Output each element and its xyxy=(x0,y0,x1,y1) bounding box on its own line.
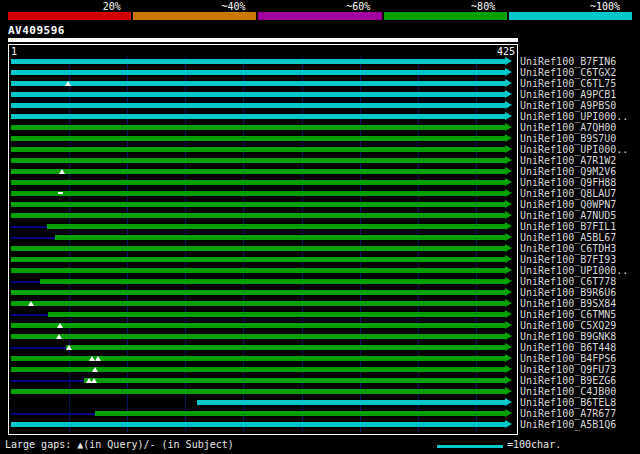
hit-label[interactable]: UniRef100_C6TL75 xyxy=(520,78,616,89)
hit-label[interactable]: UniRef100_B7FIL1 xyxy=(520,221,616,232)
hit-bar[interactable] xyxy=(11,257,505,262)
identity-key-labels: 20% ~40% ~60% ~80% ~100% xyxy=(8,1,632,12)
hit-bar[interactable] xyxy=(66,345,505,350)
hit-arrowhead-icon xyxy=(505,255,512,263)
hit-label[interactable]: UniRef100_B9SX84 xyxy=(520,298,616,309)
hit-bar[interactable] xyxy=(95,411,505,416)
hit-arrowhead-icon xyxy=(505,189,512,197)
hit-bar[interactable] xyxy=(11,158,505,163)
hit-arrowhead-icon xyxy=(505,178,512,186)
hit-arrowhead-icon xyxy=(505,277,512,285)
hit-bar[interactable] xyxy=(11,301,505,306)
hit-label[interactable]: UniRef100_UPI000.. xyxy=(520,144,628,155)
hit-bar[interactable] xyxy=(11,70,505,75)
unaligned-lead-line xyxy=(11,314,48,316)
hit-label[interactable]: UniRef100_A9PCB1 xyxy=(520,89,616,100)
scale-start-label: 1 xyxy=(11,46,17,57)
hit-label[interactable]: UniRef100_Q8LAU7 xyxy=(520,188,616,199)
key-label-20: 20% xyxy=(8,1,133,12)
query-gap-marker-icon xyxy=(65,81,71,86)
hit-label[interactable]: UniRef100_A7QH00 xyxy=(520,122,616,133)
hit-arrowhead-icon xyxy=(505,123,512,131)
hit-arrowhead-icon xyxy=(505,332,512,340)
hit-label[interactable]: UniRef100_C6TDH3 xyxy=(520,243,616,254)
hit-bar[interactable] xyxy=(47,224,505,229)
hit-label[interactable]: UniRef100_B9R6U6 xyxy=(520,287,616,298)
hit-label[interactable]: UniRef100_C6T778 xyxy=(520,276,616,287)
hit-label[interactable]: UniRef100_A5BL67 xyxy=(520,232,616,243)
hit-bar[interactable] xyxy=(11,334,505,339)
hit-bar[interactable] xyxy=(11,125,505,130)
hit-label[interactable]: UniRef100_A7NUD5 xyxy=(520,210,616,221)
hit-label[interactable]: UniRef100_Q9FU73 xyxy=(520,364,616,375)
key-label-40: ~40% xyxy=(133,1,258,12)
hit-bar[interactable] xyxy=(11,114,505,119)
hit-label[interactable]: UniRef100_C6TGX2 xyxy=(520,67,616,78)
hit-bar[interactable] xyxy=(11,422,505,427)
hit-bar[interactable] xyxy=(11,202,505,207)
hit-label[interactable]: UniRef100_B9GNK8 xyxy=(520,331,616,342)
hit-arrowhead-icon xyxy=(505,299,512,307)
hit-bar[interactable] xyxy=(11,92,505,97)
hit-arrowhead-icon xyxy=(505,101,512,109)
hit-bar[interactable] xyxy=(197,400,505,405)
hit-bar[interactable] xyxy=(11,180,505,185)
hit-label[interactable]: UniRef100_B9EZG6 xyxy=(520,375,616,386)
hit-label[interactable]: UniRef100_A7R677 xyxy=(520,408,616,419)
query-gap-marker-icon xyxy=(95,356,101,361)
query-gap-marker-icon xyxy=(59,169,65,174)
hit-bar[interactable] xyxy=(11,268,505,273)
scale-legend-line-icon xyxy=(437,445,503,448)
hit-label[interactable]: UniRef100_UPI000.. xyxy=(520,111,628,122)
hit-arrowhead-icon xyxy=(505,134,512,142)
unaligned-lead-line xyxy=(11,281,40,283)
hit-arrowhead-icon xyxy=(505,222,512,230)
hit-label[interactable]: UniRef100_Q9M2V6 xyxy=(520,166,616,177)
hit-label[interactable]: UniRef100_B7FIN6 xyxy=(520,56,616,67)
hit-label[interactable]: UniRef100_C4JB00 xyxy=(520,386,616,397)
hit-bar[interactable] xyxy=(11,290,505,295)
hit-bar[interactable] xyxy=(11,323,505,328)
hit-bar[interactable] xyxy=(11,191,505,196)
hit-bar[interactable] xyxy=(11,389,505,394)
query-gap-marker-icon xyxy=(57,323,63,328)
hit-label[interactable]: UniRef100_Q9FH88 xyxy=(520,177,616,188)
hit-bar[interactable] xyxy=(11,169,505,174)
hit-bar[interactable] xyxy=(11,367,505,372)
hit-bar[interactable] xyxy=(11,59,505,64)
hit-label[interactable]: UniRef100_C6TMN5 xyxy=(520,309,616,320)
hit-label[interactable]: UniRef100_B7FI93 xyxy=(520,254,616,265)
hit-label[interactable]: UniRef100_B9S7U0 xyxy=(520,133,616,144)
hit-label[interactable]: UniRef100_B6TEL8 xyxy=(520,397,616,408)
hit-label[interactable]: UniRef100_UPI000.. xyxy=(520,265,628,276)
hit-arrowhead-icon xyxy=(505,244,512,252)
hit-bar[interactable] xyxy=(11,81,505,86)
hit-bar[interactable] xyxy=(11,147,505,152)
hit-bar[interactable] xyxy=(11,136,505,141)
hit-bar[interactable] xyxy=(84,378,505,383)
hit-label[interactable]: UniRef100_C5XQ29 xyxy=(520,320,616,331)
hit-arrowhead-icon xyxy=(505,112,512,120)
hit-bar[interactable] xyxy=(11,103,505,108)
hit-bar[interactable] xyxy=(55,235,505,240)
hit-bar[interactable] xyxy=(48,312,505,317)
hit-arrowhead-icon xyxy=(505,387,512,395)
unaligned-lead-line xyxy=(11,347,66,349)
scale-legend-label: =100char. xyxy=(507,439,561,450)
hit-arrowhead-icon xyxy=(505,420,512,428)
hit-label[interactable]: UniRef100_A5B1Q6 xyxy=(520,419,616,430)
hit-label[interactable]: UniRef100_B6T448 xyxy=(520,342,616,353)
hit-bar[interactable] xyxy=(11,356,505,361)
key-label-60: ~60% xyxy=(258,1,383,12)
hit-label[interactable]: UniRef100_A9PBS0 xyxy=(520,100,616,111)
hit-label[interactable]: UniRef100_A7R1W2 xyxy=(520,155,616,166)
key-label-100: ~100% xyxy=(507,1,632,12)
key-segment-red xyxy=(8,12,131,20)
blast-graphic-overview: 20% ~40% ~60% ~80% ~100% AV409596 1 425 … xyxy=(0,0,640,454)
hit-bar[interactable] xyxy=(11,213,505,218)
hit-label[interactable]: UniRef100_Q0WPN7 xyxy=(520,199,616,210)
key-segment-cyan xyxy=(509,12,632,20)
hit-bar[interactable] xyxy=(11,246,505,251)
hit-bar[interactable] xyxy=(40,279,505,284)
hit-label[interactable]: UniRef100_B4FPS6 xyxy=(520,353,616,364)
